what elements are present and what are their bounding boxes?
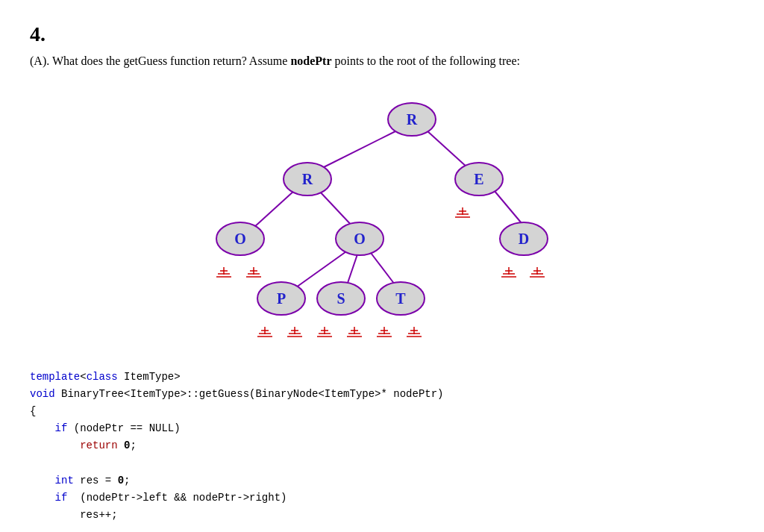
svg-text:T: T	[395, 290, 406, 307]
code-line-1: template<class ItemType>	[30, 369, 734, 386]
svg-text:O: O	[234, 231, 246, 247]
svg-line-51	[369, 250, 397, 287]
code-line-2: void BinaryTree<ItemType>::getGuess(Bina…	[30, 386, 734, 403]
svg-text:R: R	[407, 111, 418, 128]
question-number: 4.	[30, 22, 734, 46]
svg-line-47	[319, 190, 354, 228]
code-line-7: int res = 0;	[30, 472, 734, 489]
code-block: template<class ItemType> void BinaryTree…	[30, 369, 734, 532]
code-line-8: if (nodePtr->left && nodePtr->right)	[30, 489, 734, 507]
svg-line-45	[427, 131, 468, 168]
code-line-10	[30, 524, 734, 532]
code-line-3: {	[30, 403, 734, 420]
svg-text:P: P	[277, 290, 286, 307]
tree-diagram: R R E O O D P S T	[30, 82, 734, 351]
code-line-6	[30, 454, 734, 472]
svg-text:E: E	[474, 171, 483, 187]
svg-text:S: S	[336, 290, 345, 307]
question-text: (A). What does the getGuess function ret…	[30, 52, 734, 70]
svg-text:O: O	[354, 231, 366, 247]
svg-line-44	[322, 131, 397, 168]
code-line-5: return 0;	[30, 437, 734, 454]
svg-text:D: D	[519, 231, 529, 247]
code-line-9: res++;	[30, 507, 734, 524]
svg-text:R: R	[302, 171, 313, 187]
code-line-4: if (nodePtr == NULL)	[30, 420, 734, 437]
svg-line-46	[254, 190, 295, 228]
